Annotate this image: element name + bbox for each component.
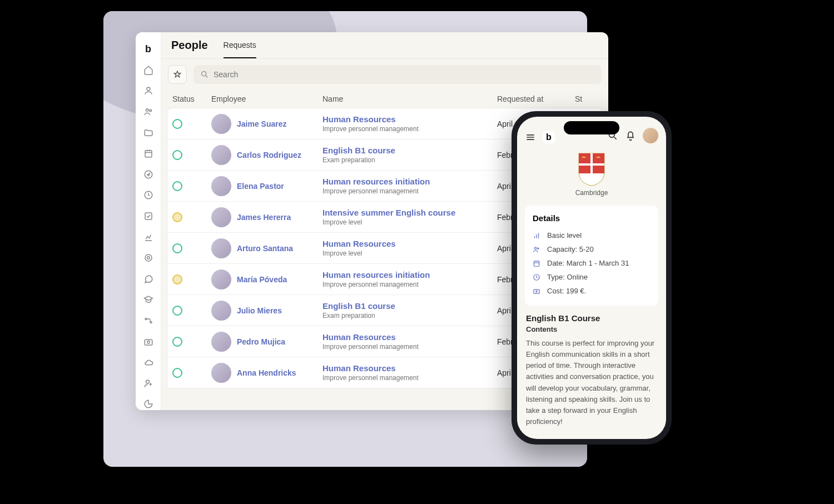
course-link[interactable]: Human Resources — [322, 239, 497, 248]
graduation-icon[interactable] — [142, 294, 155, 306]
bell-icon[interactable] — [625, 130, 636, 141]
details-card: Details Basic level Capacity: 5-20 Date:… — [525, 206, 658, 306]
search-row — [161, 59, 608, 90]
employee-name[interactable]: María Póveda — [237, 275, 287, 284]
avatar — [211, 207, 231, 227]
chat-icon[interactable] — [142, 273, 155, 285]
search-icon — [200, 70, 209, 79]
avatar — [211, 363, 231, 383]
svg-rect-11 — [145, 340, 152, 345]
svg-point-13 — [146, 380, 149, 383]
svg-point-23 — [538, 248, 539, 249]
details-title: Details — [533, 213, 651, 223]
cost-icon — [533, 287, 542, 295]
detail-cost: Cost: 199 €. — [533, 284, 651, 298]
header-employee: Employee — [211, 94, 322, 103]
employee-name[interactable]: Pedro Mujica — [237, 337, 285, 346]
avatar — [211, 145, 231, 165]
detail-level-text: Basic level — [547, 231, 582, 239]
camera-icon[interactable] — [142, 336, 155, 348]
employee-name[interactable]: Jaime Suarez — [237, 119, 287, 128]
svg-rect-17 — [593, 153, 604, 163]
course-link[interactable]: English B1 course — [322, 301, 497, 311]
course-link[interactable]: Intensive summer English course — [322, 208, 497, 217]
type-icon — [533, 273, 542, 281]
svg-point-10 — [150, 321, 152, 323]
detail-type-text: Type: Online — [547, 273, 588, 281]
svg-rect-3 — [145, 151, 152, 157]
course-link[interactable]: English B1 course — [322, 146, 497, 155]
calendar-icon[interactable] — [142, 147, 155, 159]
target-icon[interactable] — [142, 252, 155, 264]
flow-icon[interactable] — [142, 315, 155, 327]
avatar — [211, 270, 231, 290]
user-icon[interactable] — [142, 85, 155, 97]
pie-icon[interactable] — [142, 398, 155, 411]
svg-rect-20 — [590, 153, 593, 181]
crest-area: Cambridge — [517, 148, 666, 200]
contents-label: Contents — [526, 325, 657, 333]
cloud-icon[interactable] — [142, 356, 155, 368]
crest-label: Cambridge — [575, 189, 608, 197]
svg-point-2 — [149, 109, 151, 112]
clock-icon[interactable] — [142, 189, 155, 202]
chart-icon[interactable] — [142, 231, 155, 243]
sidebar: b — [136, 32, 161, 410]
search-box[interactable] — [193, 65, 602, 84]
table-header: Status Employee Name Requested at St — [168, 90, 602, 108]
course-link[interactable]: Human Resources — [322, 114, 497, 124]
people-icon[interactable] — [142, 106, 155, 118]
course-subtitle: Exam preparation — [322, 312, 497, 320]
avatar — [211, 301, 231, 321]
course-link[interactable]: Human Resources — [322, 363, 497, 373]
phone-screen: b Cambridge Details — [517, 117, 666, 439]
star-icon — [173, 70, 182, 79]
status-indicator — [172, 243, 182, 253]
favorite-button[interactable] — [168, 65, 187, 84]
svg-point-9 — [145, 318, 147, 320]
course-subtitle: Exam preparation — [322, 156, 497, 164]
detail-date: Date: March 1 - March 31 — [533, 256, 651, 270]
tab-requests[interactable]: Requests — [224, 33, 256, 58]
header-name: Name — [322, 94, 497, 103]
employee-name[interactable]: Julio Mieres — [237, 306, 282, 315]
status-indicator — [172, 181, 182, 191]
user-plus-icon[interactable] — [142, 377, 155, 390]
svg-point-7 — [145, 255, 152, 261]
home-icon[interactable] — [142, 64, 155, 76]
status-indicator — [172, 306, 182, 316]
course-subtitle: Improve personnel management — [322, 281, 497, 288]
course-title: English B1 Course — [526, 313, 657, 323]
header-status: Status — [172, 94, 211, 103]
detail-type: Type: Online — [533, 270, 651, 284]
menu-icon[interactable] — [525, 132, 536, 143]
detail-capacity-text: Capacity: 5-20 — [547, 245, 594, 253]
logo: b — [145, 43, 151, 55]
check-square-icon[interactable] — [142, 210, 155, 222]
employee-name[interactable]: Arturo Santana — [237, 244, 293, 253]
avatar[interactable] — [643, 128, 658, 143]
course-link[interactable]: Human resources initiation — [322, 177, 497, 186]
svg-point-1 — [146, 109, 148, 112]
svg-point-12 — [147, 341, 150, 343]
course-link[interactable]: Human resources initiation — [322, 270, 497, 280]
header-st: St — [575, 94, 597, 103]
employee-name[interactable]: Anna Hendricks — [237, 368, 296, 377]
employee-name[interactable]: Elena Pastor — [237, 182, 284, 191]
phone-frame: b Cambridge Details — [512, 111, 672, 445]
employee-name[interactable]: James Hererra — [237, 213, 291, 222]
search-input[interactable] — [214, 70, 595, 79]
course-link[interactable]: Human Resources — [322, 332, 497, 342]
employee-name[interactable]: Carlos Rodriguez — [237, 151, 301, 159]
svg-rect-18 — [579, 166, 590, 173]
detail-date-text: Date: March 1 - March 31 — [547, 259, 629, 267]
course-description: This course is perfect for improving you… — [526, 338, 657, 427]
status-indicator — [172, 150, 182, 160]
page-title: People — [171, 39, 208, 52]
folder-icon[interactable] — [142, 127, 155, 139]
date-icon — [533, 260, 542, 267]
svg-point-8 — [147, 257, 150, 260]
status-indicator — [172, 337, 182, 347]
compass-icon[interactable] — [142, 168, 155, 181]
course-subtitle: Improve level — [322, 218, 497, 226]
